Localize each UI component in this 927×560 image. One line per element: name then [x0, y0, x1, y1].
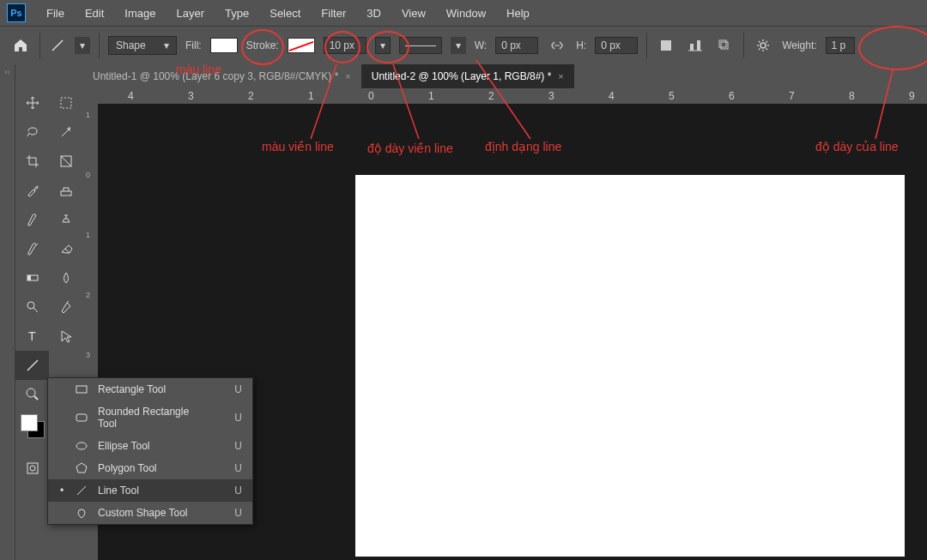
menu-window[interactable]: Window	[446, 7, 486, 20]
close-icon[interactable]: ×	[345, 71, 350, 81]
rounded-rectangle-tool-item[interactable]: Rounded Rectangle Tool U	[48, 400, 252, 435]
ellipse-icon	[74, 440, 89, 452]
menu-image[interactable]: Image	[124, 7, 155, 20]
tab-label: Untitled-2 @ 100% (Layer 1, RGB/8#) *	[372, 70, 552, 82]
polygon-tool-item[interactable]: Polygon Tool U	[48, 457, 252, 479]
path-alignment-icon[interactable]	[685, 35, 706, 56]
svg-rect-10	[61, 156, 71, 166]
ellipse-tool-item[interactable]: Ellipse Tool U	[48, 435, 252, 457]
rectangle-tool-item[interactable]: Rectangle Tool U	[48, 378, 252, 400]
line-tool-icon	[49, 37, 66, 54]
svg-rect-25	[76, 386, 87, 393]
link-icon[interactable]	[547, 39, 567, 52]
rectangle-icon	[74, 383, 89, 395]
svg-line-16	[33, 308, 38, 312]
tab-untitled-2[interactable]: Untitled-2 @ 100% (Layer 1, RGB/8#) * ×	[361, 64, 574, 88]
menu-file[interactable]: File	[46, 7, 64, 20]
custom-shape-tool-item[interactable]: Custom Shape Tool U	[48, 502, 252, 524]
svg-line-11	[61, 156, 71, 166]
quick-mask-tool[interactable]	[15, 454, 49, 483]
stroke-style-dropdown[interactable]: ▾	[451, 37, 466, 54]
menu-select[interactable]: Select	[270, 7, 300, 20]
svg-rect-5	[721, 42, 728, 49]
type-tool[interactable]: T	[15, 322, 49, 351]
brush-tool[interactable]	[15, 205, 49, 234]
healing-brush-tool[interactable]	[49, 176, 82, 205]
menu-type[interactable]: Type	[225, 7, 249, 20]
path-arrangement-icon[interactable]	[714, 35, 735, 56]
shape-mode-select[interactable]: Shape ▾	[108, 36, 177, 55]
expand-button[interactable]: ‹‹	[0, 64, 15, 80]
magic-wand-tool[interactable]	[49, 117, 82, 147]
foreground-background-swatches[interactable]	[21, 414, 46, 440]
stroke-style-select[interactable]	[399, 37, 442, 54]
height-label: H:	[576, 39, 586, 51]
blur-tool[interactable]	[49, 263, 82, 292]
zoom-tool[interactable]	[15, 380, 49, 409]
line-tool-item[interactable]: • Line Tool U	[48, 479, 252, 502]
path-selection-tool[interactable]	[49, 322, 82, 351]
svg-line-0	[52, 40, 63, 51]
horizontal-ruler: 4 3 2 1 0 1 2 3 4 5 6 7 8 9	[82, 88, 927, 104]
gear-icon[interactable]	[753, 35, 773, 56]
stroke-swatch[interactable]	[288, 38, 315, 53]
line-icon	[74, 485, 89, 497]
close-icon[interactable]: ×	[558, 71, 563, 81]
expand-panels-bar: ‹‹	[0, 64, 15, 560]
home-icon[interactable]	[10, 35, 31, 56]
custom-shape-icon	[74, 507, 89, 519]
height-input[interactable]	[595, 37, 638, 54]
svg-text:T: T	[28, 329, 36, 343]
tab-untitled-1[interactable]: Untitled-1 @ 100% (Layer 6 copy 3, RGB/8…	[82, 64, 361, 88]
svg-point-19	[27, 388, 35, 397]
lasso-tool[interactable]	[15, 117, 49, 147]
photoshop-icon: Ps	[7, 3, 26, 22]
weight-input[interactable]	[826, 37, 855, 54]
move-tool[interactable]	[15, 88, 49, 117]
svg-point-15	[27, 302, 34, 309]
svg-point-22	[30, 466, 35, 471]
eraser-tool[interactable]	[49, 234, 82, 263]
svg-rect-13	[27, 275, 38, 280]
clone-stamp-tool[interactable]	[49, 205, 82, 234]
slice-tool[interactable]	[49, 147, 82, 176]
foreground-swatch[interactable]	[21, 414, 38, 431]
path-operations-icon[interactable]	[656, 35, 676, 56]
history-brush-tool[interactable]	[15, 234, 49, 263]
menu-3d[interactable]: 3D	[367, 7, 381, 20]
stroke-width-input[interactable]	[324, 37, 367, 54]
stroke-label: Stroke:	[246, 39, 279, 51]
document-tabs: Untitled-1 @ 100% (Layer 6 copy 3, RGB/8…	[82, 64, 927, 88]
svg-rect-2	[690, 44, 694, 51]
crop-tool[interactable]	[15, 147, 49, 176]
menu-layer[interactable]: Layer	[177, 7, 205, 20]
svg-marker-28	[76, 463, 87, 473]
hand-tool[interactable]	[49, 351, 82, 380]
tool-preset-dropdown[interactable]: ▾	[75, 37, 90, 54]
menu-edit[interactable]: Edit	[85, 7, 104, 20]
svg-rect-12	[61, 191, 71, 196]
svg-point-27	[76, 443, 87, 449]
svg-point-9	[69, 128, 70, 129]
width-input[interactable]	[495, 37, 538, 54]
width-label: W:	[475, 39, 487, 51]
dodge-tool[interactable]	[15, 292, 49, 322]
svg-rect-26	[76, 414, 87, 421]
fill-swatch[interactable]	[210, 38, 238, 53]
shape-tool-flyout: Rectangle Tool U Rounded Rectangle Tool …	[47, 377, 253, 525]
stroke-width-dropdown[interactable]: ▾	[375, 37, 391, 54]
svg-rect-1	[661, 40, 671, 51]
tab-label: Untitled-1 @ 100% (Layer 6 copy 3, RGB/8…	[93, 70, 338, 82]
menu-filter[interactable]: Filter	[321, 7, 346, 20]
marquee-tool[interactable]	[49, 88, 82, 117]
menu-view[interactable]: View	[402, 7, 426, 20]
gradient-tool[interactable]	[15, 263, 49, 292]
menu-help[interactable]: Help	[506, 7, 530, 20]
pen-tool[interactable]	[49, 292, 82, 322]
eyedropper-tool[interactable]	[15, 176, 49, 205]
canvas[interactable]	[355, 175, 905, 557]
svg-line-29	[77, 486, 86, 495]
svg-rect-3	[697, 40, 700, 51]
shape-tool[interactable]	[15, 351, 49, 380]
svg-rect-6	[719, 40, 726, 47]
